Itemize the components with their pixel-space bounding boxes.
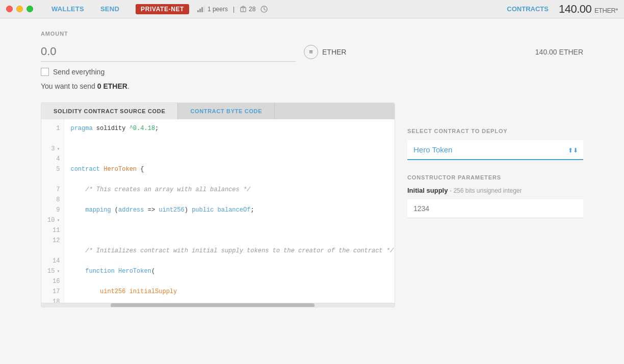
constructor-label: CONSTRUCTOR PARAMETERS [407,174,583,180]
param-name: Initial supply [407,187,448,194]
svg-rect-0 [197,10,199,12]
send-everything-row: Send everything [41,68,583,76]
code-content[interactable]: pragma solidity ^0.4.18; contract HeroTo… [64,119,395,303]
editor-container: SOLIDITY CONTRACT SOURCE CODE CONTRACT B… [41,102,583,307]
param-type: - 256 bits unsigned integer [450,187,522,194]
contracts-nav[interactable]: CONTRACTS [507,5,549,13]
horizontal-scrollbar[interactable] [41,303,395,307]
peers-info: 1 peers | 28 [197,6,268,13]
currency-selector[interactable]: ≡ ETHER [304,45,346,59]
code-area[interactable]: 1 3 4 5 7 8 9 10 11 12 14 15 16 17 [41,119,395,303]
clock-icon [261,6,268,13]
available-balance: 140.00 ETHER [535,48,583,56]
contract-select-wrapper[interactable]: Hero Token [407,140,583,160]
svg-rect-2 [201,7,203,12]
separator: | [233,6,235,13]
title-bar: WALLETS SEND PRIVATE-NET 1 peers | 28 [0,0,624,18]
close-button[interactable] [6,6,13,12]
main-content: AMOUNT ≡ ETHER 140.00 ETHER Send everyth… [0,18,624,320]
balance-display: 140.00 ETHER* [559,3,618,16]
maximize-button[interactable] [27,6,33,12]
svg-line-8 [264,9,266,10]
tab-byte-code[interactable]: CONTRACT BYTE CODE [178,103,275,119]
right-panel: SELECT CONTRACT TO DEPLOY Hero Token CON… [407,102,583,307]
contract-select[interactable]: Hero Token [407,140,583,160]
send-summary: You want to send 0 ETHER. [41,82,583,90]
signal-icon [197,6,205,12]
amount-input[interactable] [41,42,296,62]
blocks-count: 28 [240,6,255,13]
currency-name: ETHER [322,48,346,56]
tab-source-code[interactable]: SOLIDITY CONTRACT SOURCE CODE [41,103,178,119]
svg-rect-1 [199,9,201,12]
param-label: Initial supply - 256 bits unsigned integ… [407,187,583,194]
cube-icon [240,6,247,13]
network-badge: PRIVATE-NET [136,4,189,14]
wallets-nav[interactable]: WALLETS [43,5,92,13]
svg-rect-3 [203,6,205,12]
editor-tabs: SOLIDITY CONTRACT SOURCE CODE CONTRACT B… [41,103,395,119]
minimize-button[interactable] [16,6,23,12]
param-input[interactable] [407,199,583,218]
line-numbers: 1 3 4 5 7 8 9 10 11 12 14 15 16 17 [41,119,64,303]
constructor-section: CONSTRUCTOR PARAMETERS Initial supply - … [407,174,583,218]
scrollbar-thumb[interactable] [111,303,315,307]
amount-row: ≡ ETHER 140.00 ETHER [41,42,583,62]
traffic-lights [6,6,33,12]
send-everything-checkbox[interactable] [41,68,49,76]
peers-count: 1 peers [197,6,228,13]
send-amount: 0 ETHER [97,82,127,90]
editor-panel: SOLIDITY CONTRACT SOURCE CODE CONTRACT B… [41,102,395,307]
amount-label: AMOUNT [41,31,583,37]
currency-icon: ≡ [304,45,318,59]
send-everything-label[interactable]: Send everything [53,68,105,76]
send-nav[interactable]: SEND [92,5,127,13]
select-contract-label: SELECT CONTRACT TO DEPLOY [407,128,583,134]
